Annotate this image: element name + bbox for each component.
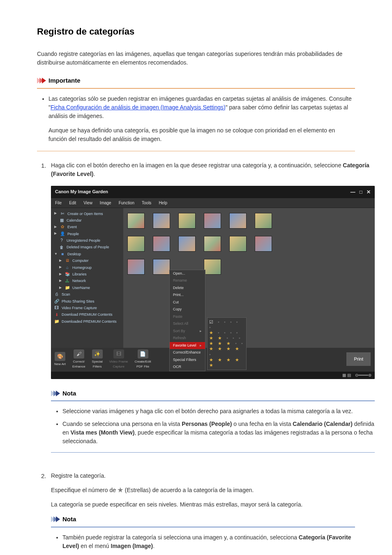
- sidebar-item-people[interactable]: ▶👤People: [53, 231, 122, 237]
- nota2-title: Nota: [62, 515, 76, 524]
- nota2-bullet-1: También puede registrar la categoría si …: [62, 533, 355, 550]
- ctx-copy[interactable]: Copy: [170, 306, 205, 313]
- bb-video[interactable]: 🎞Video Frame Capture: [109, 349, 128, 369]
- ctx-favorite-level[interactable]: Favorite Level: [170, 342, 205, 349]
- print-button[interactable]: Print: [346, 352, 371, 366]
- thumbnail[interactable]: [178, 236, 196, 252]
- maximize-icon[interactable]: □: [360, 188, 362, 196]
- ctx-sortby[interactable]: Sort By: [170, 328, 205, 335]
- thumbnail[interactable]: [127, 236, 145, 252]
- sidebar-item-sharing[interactable]: 🔗Photo Sharing Sites: [53, 298, 122, 305]
- menu-help[interactable]: Help: [159, 200, 167, 206]
- sidebar-item-event[interactable]: ▶✿Event: [53, 224, 122, 230]
- stars-row-1[interactable]: ★ • • • •: [209, 330, 244, 335]
- ctx-open[interactable]: Open...: [170, 270, 205, 278]
- computer-icon: 🖥: [65, 258, 70, 263]
- sidebar-item-libraries[interactable]: ▶📚Libraries: [53, 271, 122, 278]
- step-number-1: 1.: [41, 161, 51, 463]
- homegroup-icon: ⌂: [65, 265, 70, 270]
- minimize-icon[interactable]: —: [350, 188, 355, 196]
- bb-correct[interactable]: 🖌Correct/ Enhance: [72, 349, 85, 369]
- stars-row-0[interactable]: ☑ • • • • •: [209, 319, 244, 330]
- sidebar-item-network[interactable]: ▶🖧Network: [53, 278, 122, 284]
- thumbnail[interactable]: [127, 213, 145, 229]
- thumbnail[interactable]: [229, 213, 247, 229]
- menu-image[interactable]: Image: [100, 200, 111, 206]
- ctx-cut[interactable]: Cut: [170, 299, 205, 306]
- step2-title: Registre la categoría.: [51, 472, 355, 480]
- sidebar-item-video[interactable]: 🎞Video Frame Capture: [53, 305, 122, 311]
- importante-header: Importante: [37, 76, 355, 86]
- sidebar-item-desktop[interactable]: ▼■Desktop: [53, 251, 122, 257]
- thumbnail[interactable]: [204, 259, 221, 275]
- person-q-icon: ?: [59, 238, 64, 243]
- sidebar-item-create[interactable]: ▶✄Create or Open Items: [53, 210, 122, 217]
- sidebar-item-calendar[interactable]: ▦Calendar: [53, 217, 122, 224]
- page-title: Registro de categorías: [37, 25, 355, 38]
- bb-pdf[interactable]: 📄Create/Edit PDF File: [135, 349, 151, 369]
- divider: [51, 527, 355, 527]
- menu-function[interactable]: Function: [119, 200, 134, 206]
- bb-special[interactable]: ✨Special Filters: [92, 349, 103, 369]
- importante-bullet-1: Las categorías sólo se pueden registrar …: [48, 95, 355, 143]
- bb-newart[interactable]: 🎨New Art: [54, 352, 66, 367]
- ctx-correct[interactable]: Correct/Enhance: [170, 349, 205, 356]
- main-content: Open... Rename Delete Print... Cut Copy …: [123, 208, 375, 348]
- divider: [37, 151, 355, 151]
- divider: [51, 400, 375, 401]
- sidebar-item-computer[interactable]: ▶🖥Computer: [53, 257, 122, 264]
- ctx-ocr[interactable]: OCR: [170, 363, 205, 371]
- grid-view-icon[interactable]: ▦ ▤: [342, 372, 351, 378]
- desktop-icon: ■: [60, 252, 65, 257]
- stars-row-5[interactable]: ★ ★ ★ ★ ★: [209, 357, 244, 368]
- step-number-2: 2.: [41, 472, 51, 555]
- sidebar-item-homegroup[interactable]: ▶⌂Homegroup: [53, 264, 122, 271]
- sidebar-item-scan[interactable]: ⎙Scan: [53, 291, 122, 298]
- chevron-icon: [51, 516, 58, 522]
- thumbnail[interactable]: [204, 213, 221, 229]
- scissors-icon: ✄: [60, 211, 65, 216]
- step2-para2: La categoría se puede especificar en sei…: [51, 500, 355, 509]
- sidebar-item-dledpremium[interactable]: 📁Downloaded PREMIUM Contents: [53, 318, 122, 325]
- app-title: Canon My Image Garden: [55, 188, 108, 195]
- ctx-delete[interactable]: Delete: [170, 284, 205, 292]
- step1-text-pre: Haga clic con el botón derecho en la ima…: [51, 162, 343, 169]
- thumbnail[interactable]: [255, 236, 272, 252]
- close-icon[interactable]: ✕: [367, 188, 371, 196]
- sidebar-item-deleted[interactable]: 🗑Deleted Images of People: [53, 244, 122, 250]
- nota1-title: Nota: [62, 389, 76, 398]
- statusbar: ▦ ▤ ⊖━━━━⊕: [51, 372, 375, 379]
- favorite-level-submenu: ☑ • • • • • ★ • • • • ★ ★ • • • ★ ★ ★ • …: [207, 317, 247, 370]
- share-icon: 🔗: [54, 299, 59, 304]
- thumbnail[interactable]: [204, 236, 221, 252]
- stars-row-2[interactable]: ★ ★ • • •: [209, 335, 244, 341]
- thumbnail[interactable]: [153, 259, 170, 275]
- sidebar-item-username[interactable]: ▶📁UserName: [53, 284, 122, 291]
- nota1-header: Nota: [51, 389, 375, 398]
- ctx-filters[interactable]: Special Filters: [170, 356, 205, 364]
- zoom-slider[interactable]: ⊖━━━━⊕: [355, 372, 371, 378]
- ctx-rename: Rename: [170, 277, 205, 284]
- stars-row-3[interactable]: ★ ★ ★ • •: [209, 341, 244, 346]
- menu-edit[interactable]: Edit: [69, 200, 76, 206]
- trash-icon: 🗑: [59, 245, 64, 250]
- menu-tools[interactable]: Tools: [142, 200, 151, 206]
- thumbnail[interactable]: [127, 259, 145, 275]
- stars-row-4[interactable]: ★ ★ ★ ★ •: [209, 346, 244, 357]
- menu-view[interactable]: View: [83, 200, 92, 206]
- analysis-settings-link[interactable]: Ficha Configuración de análisis de image…: [51, 104, 226, 111]
- folder-icon: 📁: [65, 285, 70, 290]
- thumbnail[interactable]: [153, 236, 170, 252]
- thumbnail[interactable]: [229, 236, 247, 252]
- sidebar-item-dlpremium[interactable]: ⬇Download PREMIUM Contents: [53, 311, 122, 318]
- thumbnail[interactable]: [178, 213, 196, 229]
- sidebar: ▶✄Create or Open Items ▦Calendar ▶✿Event…: [51, 208, 123, 348]
- chevron-icon: [51, 391, 58, 396]
- ctx-print[interactable]: Print...: [170, 291, 205, 299]
- wand-icon: 🖌: [74, 349, 84, 358]
- menu-file[interactable]: File: [55, 200, 62, 206]
- importante-list: Las categorías sólo se pueden registrar …: [37, 95, 355, 143]
- thumbnail[interactable]: [153, 213, 170, 229]
- thumbnail[interactable]: [255, 213, 272, 229]
- sidebar-item-unregistered[interactable]: ?Unregistered People: [53, 237, 122, 244]
